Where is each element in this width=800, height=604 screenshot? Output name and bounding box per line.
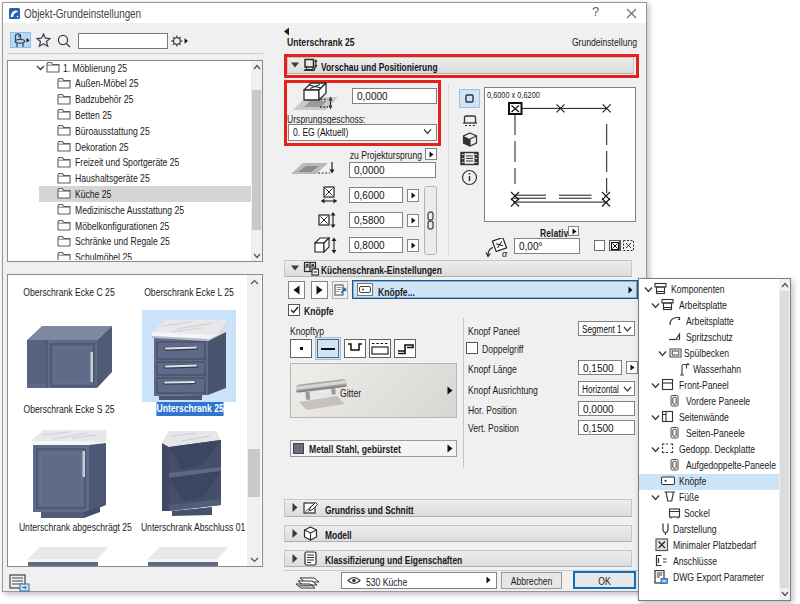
svg-text:α: α <box>502 249 508 258</box>
